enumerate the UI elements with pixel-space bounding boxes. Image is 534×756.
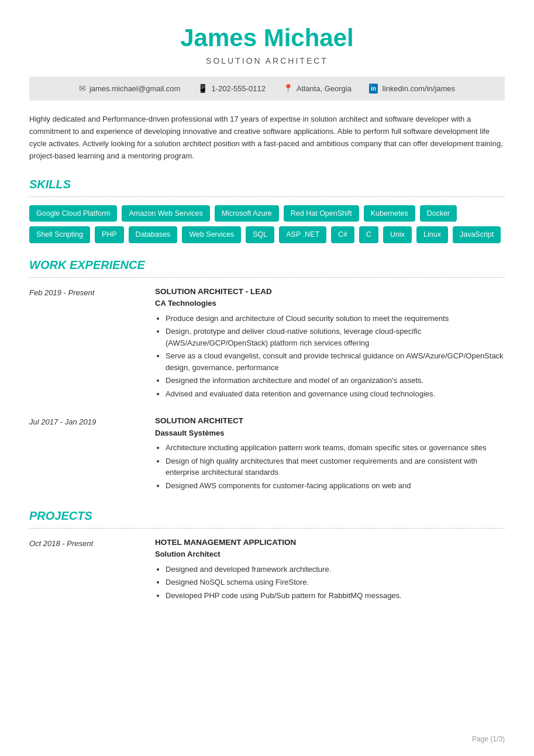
project-bullet-item: Designed NoSQL schema using FireStore. xyxy=(166,577,505,588)
project-bullet-item: Designed and developed framework archite… xyxy=(166,564,505,575)
contact-location: 📍 Atlanta, Georgia xyxy=(283,82,352,95)
skills-divider xyxy=(29,196,505,197)
skill-tag: Databases xyxy=(129,226,178,243)
project-bullets: Designed and developed framework archite… xyxy=(155,564,505,602)
contact-linkedin: in linkedin.com/in/james xyxy=(369,83,455,95)
skill-tag: Web Services xyxy=(182,226,241,243)
work-bullet-item: Serve as a cloud evangelist, consult and… xyxy=(166,350,505,373)
project-bullet-item: Developed PHP code using Pub/Sub pattern… xyxy=(166,590,505,602)
work-date: Feb 2019 - Present xyxy=(29,286,143,401)
skill-tag: PHP xyxy=(95,226,124,243)
skill-tag: ASP .NET xyxy=(279,226,326,243)
skill-tag: Microsoft Azure xyxy=(215,205,279,222)
summary-section: Highly dedicated and Performance-driven … xyxy=(29,113,505,162)
skill-tag: Google Cloud Platform xyxy=(29,205,117,222)
skills-tags-container: Google Cloud PlatformAmazon Web Services… xyxy=(29,205,505,244)
work-experience-title: WORK EXPERIENCE xyxy=(29,256,505,274)
work-company: CA Technologies xyxy=(155,298,505,309)
email-icon: ✉ xyxy=(79,82,86,95)
skill-tag: Unix xyxy=(383,226,412,243)
work-content: SOLUTION ARCHITECT - LEADCA Technologies… xyxy=(155,286,505,401)
skill-tag: Kubernetes xyxy=(364,205,415,222)
contact-phone: 📱 1-202-555-0112 xyxy=(198,82,266,95)
work-bullet-item: Advised and evaluated data retention and… xyxy=(166,388,505,400)
work-bullet-item: Design of high quality architectures tha… xyxy=(166,455,505,478)
work-content: SOLUTION ARCHITECTDassault SystèmesArchi… xyxy=(155,415,505,493)
work-title: SOLUTION ARCHITECT xyxy=(155,415,505,427)
phone-text: 1-202-555-0112 xyxy=(211,83,266,95)
work-bullet-item: Design, prototype and deliver cloud-nati… xyxy=(166,326,505,348)
skills-section: SKILLS Google Cloud PlatformAmazon Web S… xyxy=(29,175,505,244)
work-bullet-item: Designed AWS components for customer-fac… xyxy=(166,480,505,492)
skill-tag: Shell Scripting xyxy=(29,226,90,243)
resume-page: James Michael SOLUTION ARCHITECT ✉ james… xyxy=(0,0,534,756)
work-bullet-item: Produce design and architecture of Cloud… xyxy=(166,313,505,325)
skill-tag: C# xyxy=(331,226,354,243)
linkedin-icon: in xyxy=(369,84,378,94)
work-title: SOLUTION ARCHITECT - LEAD xyxy=(155,286,505,298)
work-entries-container: Feb 2019 - PresentSOLUTION ARCHITECT - L… xyxy=(29,286,505,493)
header-section: James Michael SOLUTION ARCHITECT xyxy=(29,23,505,67)
skill-tag: Amazon Web Services xyxy=(122,205,209,222)
skills-title: SKILLS xyxy=(29,175,505,193)
skill-tag: C xyxy=(359,226,378,243)
work-bullets: Produce design and architecture of Cloud… xyxy=(155,313,505,400)
contact-bar: ✉ james.michael@gmail.com 📱 1-202-555-01… xyxy=(29,77,505,101)
email-text: james.michael@gmail.com xyxy=(89,83,181,95)
project-content: HOTEL MANAGEMENT APPLICATIONSolution Arc… xyxy=(155,537,505,603)
work-experience-section: WORK EXPERIENCE Feb 2019 - PresentSOLUTI… xyxy=(29,256,505,493)
location-text: Atlanta, Georgia xyxy=(297,83,352,95)
skill-tag: SQL xyxy=(246,226,274,243)
skill-tag: Linux xyxy=(416,226,448,243)
phone-icon: 📱 xyxy=(198,82,208,95)
project-role: Solution Architect xyxy=(155,548,505,560)
work-divider xyxy=(29,277,505,278)
project-entry: Oct 2018 - PresentHOTEL MANAGEMENT APPLI… xyxy=(29,537,505,603)
candidate-title: SOLUTION ARCHITECT xyxy=(29,55,505,67)
projects-title: PROJECTS xyxy=(29,507,505,524)
skill-tag: Red Hat OpenShift xyxy=(284,205,359,222)
linkedin-text: linkedin.com/in/james xyxy=(383,83,455,95)
work-company: Dassault Systèmes xyxy=(155,427,505,439)
project-title: HOTEL MANAGEMENT APPLICATION xyxy=(155,537,505,548)
page-number: Page (1/3) xyxy=(472,734,505,744)
projects-section: PROJECTS Oct 2018 - PresentHOTEL MANAGEM… xyxy=(29,507,505,603)
project-date: Oct 2018 - Present xyxy=(29,537,143,603)
work-bullets: Architecture including application patte… xyxy=(155,442,505,491)
work-date: Jul 2017 - Jan 2019 xyxy=(29,415,143,493)
skill-tag: JavaScript xyxy=(453,226,501,243)
work-bullet-item: Architecture including application patte… xyxy=(166,442,505,454)
work-bullet-item: Designed the information architecture an… xyxy=(166,375,505,386)
work-entry: Jul 2017 - Jan 2019SOLUTION ARCHITECTDas… xyxy=(29,415,505,493)
projects-entries-container: Oct 2018 - PresentHOTEL MANAGEMENT APPLI… xyxy=(29,537,505,603)
contact-email: ✉ james.michael@gmail.com xyxy=(79,82,181,95)
skill-tag: Docker xyxy=(420,205,457,222)
projects-divider xyxy=(29,528,505,529)
location-icon: 📍 xyxy=(283,82,293,95)
work-entry: Feb 2019 - PresentSOLUTION ARCHITECT - L… xyxy=(29,286,505,401)
candidate-name: James Michael xyxy=(29,23,505,53)
